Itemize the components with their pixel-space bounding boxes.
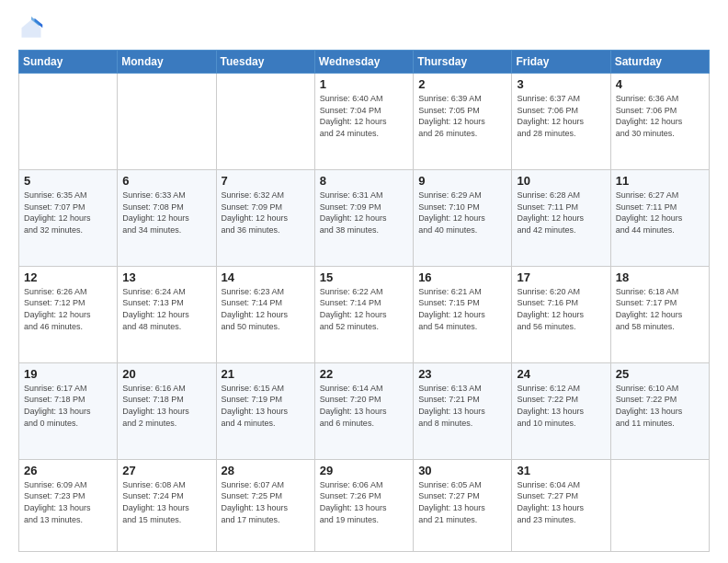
day-info: Sunrise: 6:10 AM Sunset: 7:22 PM Dayligh… <box>616 383 704 429</box>
day-number: 6 <box>122 174 210 188</box>
calendar-week-row: 19Sunrise: 6:17 AM Sunset: 7:18 PM Dayli… <box>19 362 710 459</box>
day-info: Sunrise: 6:18 AM Sunset: 7:17 PM Dayligh… <box>616 286 704 332</box>
day-info: Sunrise: 6:21 AM Sunset: 7:15 PM Dayligh… <box>418 286 506 332</box>
calendar-cell <box>118 74 216 170</box>
calendar-table: SundayMondayTuesdayWednesdayThursdayFrid… <box>18 50 710 552</box>
day-number: 7 <box>222 174 310 188</box>
calendar-cell: 22Sunrise: 6:14 AM Sunset: 7:20 PM Dayli… <box>314 362 413 459</box>
calendar-cell: 16Sunrise: 6:21 AM Sunset: 7:15 PM Dayli… <box>414 266 512 362</box>
calendar-cell: 7Sunrise: 6:32 AM Sunset: 7:09 PM Daylig… <box>216 169 314 266</box>
day-number: 14 <box>222 270 310 284</box>
day-info: Sunrise: 6:09 AM Sunset: 7:23 PM Dayligh… <box>24 479 112 525</box>
calendar-cell: 19Sunrise: 6:17 AM Sunset: 7:18 PM Dayli… <box>19 362 118 459</box>
day-number: 27 <box>122 464 210 477</box>
day-number: 31 <box>517 464 605 477</box>
day-number: 29 <box>320 464 408 477</box>
calendar-week-row: 1Sunrise: 6:40 AM Sunset: 7:04 PM Daylig… <box>19 74 710 170</box>
day-number: 15 <box>320 270 408 284</box>
day-number: 12 <box>24 270 112 284</box>
day-info: Sunrise: 6:22 AM Sunset: 7:14 PM Dayligh… <box>320 286 408 332</box>
day-info: Sunrise: 6:20 AM Sunset: 7:16 PM Dayligh… <box>517 286 605 332</box>
day-info: Sunrise: 6:06 AM Sunset: 7:26 PM Dayligh… <box>320 479 408 525</box>
day-info: Sunrise: 6:13 AM Sunset: 7:21 PM Dayligh… <box>418 383 506 429</box>
calendar-cell: 25Sunrise: 6:10 AM Sunset: 7:22 PM Dayli… <box>610 362 709 459</box>
header <box>18 17 710 42</box>
day-info: Sunrise: 6:31 AM Sunset: 7:09 PM Dayligh… <box>320 190 408 236</box>
calendar-cell: 5Sunrise: 6:35 AM Sunset: 7:07 PM Daylig… <box>19 169 118 266</box>
calendar-cell: 30Sunrise: 6:05 AM Sunset: 7:27 PM Dayli… <box>414 459 512 551</box>
calendar-cell: 3Sunrise: 6:37 AM Sunset: 7:06 PM Daylig… <box>512 74 610 170</box>
day-info: Sunrise: 6:32 AM Sunset: 7:09 PM Dayligh… <box>222 190 310 236</box>
calendar-header-saturday: Saturday <box>610 51 709 74</box>
day-number: 24 <box>517 367 605 381</box>
calendar-cell: 17Sunrise: 6:20 AM Sunset: 7:16 PM Dayli… <box>512 266 610 362</box>
page: SundayMondayTuesdayWednesdayThursdayFrid… <box>0 0 728 563</box>
calendar-week-row: 5Sunrise: 6:35 AM Sunset: 7:07 PM Daylig… <box>19 169 710 266</box>
day-info: Sunrise: 6:17 AM Sunset: 7:18 PM Dayligh… <box>24 383 112 429</box>
day-number: 4 <box>616 77 704 91</box>
calendar-week-row: 12Sunrise: 6:26 AM Sunset: 7:12 PM Dayli… <box>19 266 710 362</box>
day-info: Sunrise: 6:04 AM Sunset: 7:27 PM Dayligh… <box>517 479 605 525</box>
calendar-header-friday: Friday <box>512 51 610 74</box>
day-number: 1 <box>320 77 408 91</box>
calendar-header-thursday: Thursday <box>414 51 512 74</box>
day-info: Sunrise: 6:26 AM Sunset: 7:12 PM Dayligh… <box>24 286 112 332</box>
day-number: 8 <box>320 174 408 188</box>
calendar-cell: 28Sunrise: 6:07 AM Sunset: 7:25 PM Dayli… <box>216 459 314 551</box>
calendar-cell: 15Sunrise: 6:22 AM Sunset: 7:14 PM Dayli… <box>314 266 413 362</box>
day-number: 16 <box>418 270 506 284</box>
day-info: Sunrise: 6:35 AM Sunset: 7:07 PM Dayligh… <box>24 190 112 236</box>
day-info: Sunrise: 6:24 AM Sunset: 7:13 PM Dayligh… <box>122 286 210 332</box>
calendar-cell: 18Sunrise: 6:18 AM Sunset: 7:17 PM Dayli… <box>610 266 709 362</box>
calendar-cell: 23Sunrise: 6:13 AM Sunset: 7:21 PM Dayli… <box>414 362 512 459</box>
day-number: 26 <box>24 464 112 477</box>
day-info: Sunrise: 6:05 AM Sunset: 7:27 PM Dayligh… <box>418 479 506 525</box>
calendar-cell: 10Sunrise: 6:28 AM Sunset: 7:11 PM Dayli… <box>512 169 610 266</box>
day-info: Sunrise: 6:39 AM Sunset: 7:05 PM Dayligh… <box>418 93 506 139</box>
day-number: 28 <box>222 464 310 477</box>
day-number: 21 <box>222 367 310 381</box>
day-number: 19 <box>24 367 112 381</box>
day-number: 18 <box>616 270 704 284</box>
day-number: 5 <box>24 174 112 188</box>
calendar-week-row: 26Sunrise: 6:09 AM Sunset: 7:23 PM Dayli… <box>19 459 710 551</box>
day-number: 22 <box>320 367 408 381</box>
calendar-cell: 8Sunrise: 6:31 AM Sunset: 7:09 PM Daylig… <box>314 169 413 266</box>
calendar-header-sunday: Sunday <box>19 51 118 74</box>
calendar-cell: 20Sunrise: 6:16 AM Sunset: 7:18 PM Dayli… <box>118 362 216 459</box>
day-info: Sunrise: 6:37 AM Sunset: 7:06 PM Dayligh… <box>517 93 605 139</box>
day-number: 23 <box>418 367 506 381</box>
calendar-cell <box>19 74 118 170</box>
calendar-cell: 26Sunrise: 6:09 AM Sunset: 7:23 PM Dayli… <box>19 459 118 551</box>
day-info: Sunrise: 6:27 AM Sunset: 7:11 PM Dayligh… <box>616 190 704 236</box>
calendar-cell: 29Sunrise: 6:06 AM Sunset: 7:26 PM Dayli… <box>314 459 413 551</box>
day-info: Sunrise: 6:14 AM Sunset: 7:20 PM Dayligh… <box>320 383 408 429</box>
calendar-cell <box>610 459 709 551</box>
calendar-header-monday: Monday <box>118 51 216 74</box>
day-number: 20 <box>122 367 210 381</box>
day-info: Sunrise: 6:07 AM Sunset: 7:25 PM Dayligh… <box>222 479 310 525</box>
logo <box>18 17 48 42</box>
day-number: 30 <box>418 464 506 477</box>
day-number: 9 <box>418 174 506 188</box>
day-number: 10 <box>517 174 605 188</box>
calendar-cell: 13Sunrise: 6:24 AM Sunset: 7:13 PM Dayli… <box>118 266 216 362</box>
calendar-cell: 9Sunrise: 6:29 AM Sunset: 7:10 PM Daylig… <box>414 169 512 266</box>
day-number: 3 <box>517 77 605 91</box>
day-number: 13 <box>122 270 210 284</box>
day-number: 17 <box>517 270 605 284</box>
calendar-cell <box>216 74 314 170</box>
day-info: Sunrise: 6:36 AM Sunset: 7:06 PM Dayligh… <box>616 93 704 139</box>
calendar-header-row: SundayMondayTuesdayWednesdayThursdayFrid… <box>19 51 710 74</box>
day-info: Sunrise: 6:16 AM Sunset: 7:18 PM Dayligh… <box>122 383 210 429</box>
logo-icon <box>18 17 44 42</box>
calendar-header-wednesday: Wednesday <box>314 51 413 74</box>
day-info: Sunrise: 6:23 AM Sunset: 7:14 PM Dayligh… <box>222 286 310 332</box>
calendar-cell: 6Sunrise: 6:33 AM Sunset: 7:08 PM Daylig… <box>118 169 216 266</box>
calendar-cell: 27Sunrise: 6:08 AM Sunset: 7:24 PM Dayli… <box>118 459 216 551</box>
calendar-cell: 4Sunrise: 6:36 AM Sunset: 7:06 PM Daylig… <box>610 74 709 170</box>
calendar-cell: 21Sunrise: 6:15 AM Sunset: 7:19 PM Dayli… <box>216 362 314 459</box>
calendar-header-tuesday: Tuesday <box>216 51 314 74</box>
day-info: Sunrise: 6:29 AM Sunset: 7:10 PM Dayligh… <box>418 190 506 236</box>
day-number: 11 <box>616 174 704 188</box>
